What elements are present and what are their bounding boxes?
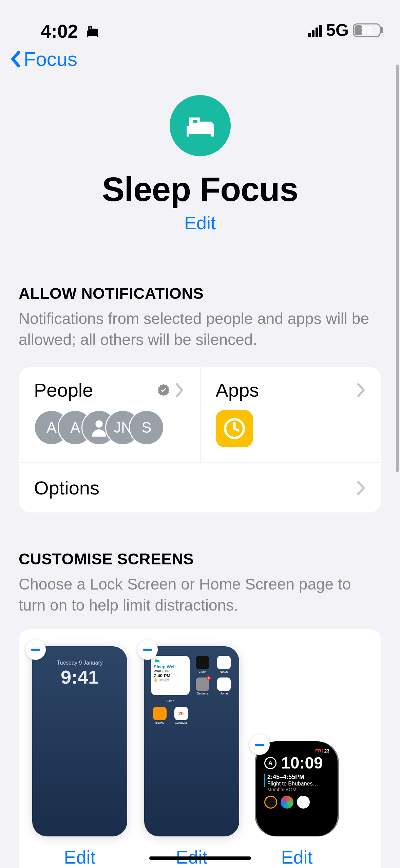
home-screen-preview[interactable]: Sleep Well WAKE UP 7:40 PM 🔔 Tonight Clo… [144, 646, 239, 868]
edit-lock-screen-button[interactable]: Edit [64, 847, 95, 868]
remove-home-screen-button[interactable] [137, 639, 158, 660]
people-button[interactable]: People A A JN S [19, 367, 201, 463]
allow-desc: Notifications from selected people and a… [19, 308, 381, 350]
watch-face-preview[interactable]: FRI 23 A10:09 2:45–4:55PM Flight to Bhub… [256, 741, 338, 868]
people-label: People [34, 379, 152, 401]
allow-card: People A A JN S Apps [19, 367, 381, 512]
home-indicator[interactable] [149, 856, 251, 860]
svg-point-0 [95, 420, 102, 428]
customise-title: CUSTOMISE SCREENS [19, 550, 381, 568]
scroll-area[interactable]: Sleep Focus Edit ALLOW NOTIFICATIONS Not… [0, 58, 400, 868]
screens-card: Tuesday 9 January 9:41 Edit Sleep Well W… [19, 629, 381, 868]
apps-label: Apps [216, 379, 352, 401]
lock-screen-preview[interactable]: Tuesday 9 January 9:41 Edit [32, 646, 127, 868]
status-time: 4:02 [41, 20, 78, 42]
customise-desc: Choose a Lock Screen or Home Screen page… [19, 574, 381, 616]
avatar: S [129, 410, 164, 445]
remove-lock-screen-button[interactable] [25, 639, 46, 660]
chevron-right-icon [357, 383, 366, 398]
cellular-signal-icon [308, 23, 322, 37]
options-label: Options [34, 477, 357, 499]
page-title: Sleep Focus [0, 170, 400, 209]
sleep-icon [170, 95, 231, 156]
status-bar: 4:02 5G 32 [0, 0, 400, 41]
apps-button[interactable]: Apps [201, 367, 382, 463]
battery-icon: 32 [353, 23, 383, 37]
chevron-right-icon [357, 481, 366, 495]
network-label: 5G [326, 20, 349, 40]
edit-focus-button[interactable]: Edit [184, 212, 216, 233]
allow-title: ALLOW NOTIFICATIONS [19, 284, 381, 303]
edit-watch-button[interactable]: Edit [281, 847, 312, 868]
focus-header: Sleep Focus Edit [0, 58, 400, 233]
avatar-row: A A JN S [34, 410, 185, 445]
options-button[interactable]: Options [19, 463, 381, 512]
scrollbar[interactable] [396, 65, 399, 472]
sleep-focus-status-icon [84, 24, 101, 39]
remove-watch-button[interactable] [249, 735, 270, 755]
verified-icon [157, 383, 170, 397]
clock-app-icon [216, 410, 253, 447]
chevron-right-icon [175, 383, 185, 398]
